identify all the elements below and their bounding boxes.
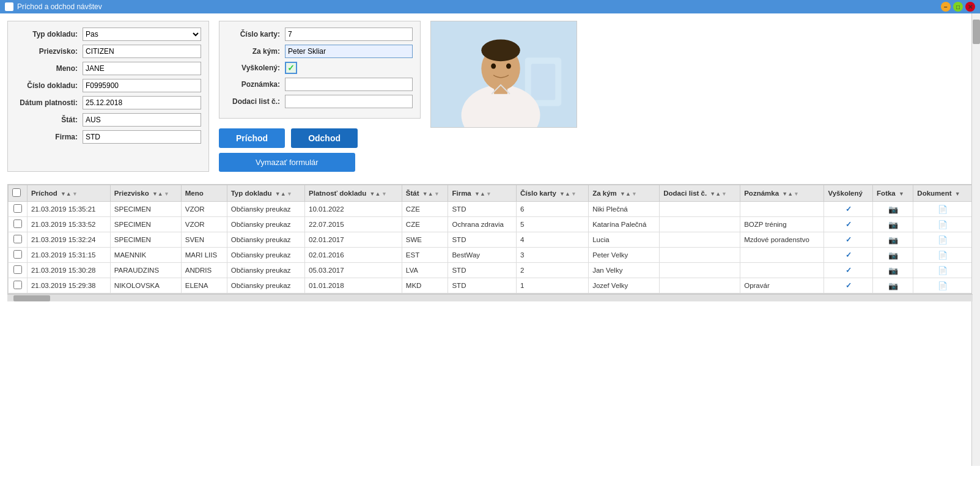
col-dodaci-list[interactable]: Dodaci list č. ▼▲ ▾ [660, 185, 740, 202]
camera-icon[interactable]: 📷 [888, 220, 898, 229]
row-platnost-dokladu-0: 10.01.2022 [305, 202, 402, 217]
col-fotka[interactable]: Fotka ▼ [873, 185, 913, 202]
row-checkbox-2[interactable] [13, 235, 22, 243]
row-fotka-3[interactable]: 📷 [873, 248, 913, 263]
col-dokument[interactable]: Dokument ▼ [913, 185, 972, 202]
row-fotka-5[interactable]: 📷 [873, 278, 913, 293]
vyskoleny-check-icon: ✓ [846, 282, 852, 289]
camera-icon[interactable]: 📷 [888, 205, 898, 214]
row-platnost-dokladu-4: 05.03.2017 [305, 263, 402, 278]
app-icon [5, 2, 13, 11]
document-icon[interactable]: 📄 [938, 205, 948, 214]
row-checkbox-1[interactable] [13, 219, 22, 228]
table-header-row: Príchod ▼▲ ▾ Priezvisko ▼▲ ▾ Meno Typ do… [9, 185, 972, 202]
document-icon[interactable]: 📄 [938, 220, 948, 229]
table-row: 21.03.2019 15:30:28 PARAUDZINS ANDRIS Ob… [9, 263, 972, 278]
col-platnost-dokladu[interactable]: Platnosť dokladu ▼▲ ▾ [305, 185, 402, 202]
form-row-vyskoleny: Vyškolený: ✓ [227, 62, 413, 74]
row-dokument-4[interactable]: 📄 [913, 263, 972, 278]
checkbox-vyskoleny[interactable]: ✓ [285, 62, 297, 74]
vertical-scrollbar-thumb[interactable] [973, 20, 980, 44]
row-select-cell-1[interactable] [9, 217, 28, 232]
buttons-row-secondary: Vymazať formulár [219, 153, 421, 172]
input-meno[interactable] [83, 62, 201, 75]
vymazat-formular-button[interactable]: Vymazať formulár [219, 153, 355, 172]
row-fotka-4[interactable]: 📷 [873, 263, 913, 278]
input-cislo-karty[interactable] [285, 28, 413, 41]
camera-icon[interactable]: 📷 [888, 281, 898, 290]
row-prichod-0: 21.03.2019 15:35:21 [27, 202, 110, 217]
col-firma[interactable]: Firma ▼▲ ▾ [448, 185, 517, 202]
document-icon[interactable]: 📄 [938, 281, 948, 290]
minimize-button[interactable]: − [941, 2, 951, 12]
horizontal-scrollbar-thumb[interactable] [13, 295, 50, 301]
camera-icon[interactable]: 📷 [888, 251, 898, 260]
row-dokument-2[interactable]: 📄 [913, 232, 972, 248]
sort-dodaci-icon: ▼▲ [710, 191, 721, 197]
col-typ-dokladu[interactable]: Typ dokladu ▼▲ ▾ [227, 185, 304, 202]
row-typ-dokladu-0: Občiansky preukaz [227, 202, 304, 217]
input-stat[interactable] [83, 113, 201, 127]
document-icon[interactable]: 📄 [938, 251, 948, 260]
row-meno-3: MARI LIIS [181, 248, 227, 263]
row-dokument-1[interactable]: 📄 [913, 217, 972, 232]
row-fotka-1[interactable]: 📷 [873, 217, 913, 232]
row-dokument-0[interactable]: 📄 [913, 202, 972, 217]
select-all-checkbox[interactable] [12, 188, 21, 197]
input-dodaci-list[interactable] [285, 95, 413, 108]
row-prichod-5: 21.03.2019 15:29:38 [27, 278, 110, 293]
main-content: Typ dokladu: Pas Priezvisko: Meno: Číslo… [0, 13, 980, 483]
table-row: 21.03.2019 15:29:38 NIKOLOVSKA ELENA Obč… [9, 278, 972, 293]
col-prichod[interactable]: Príchod ▼▲ ▾ [27, 185, 110, 202]
document-icon[interactable]: 📄 [938, 235, 948, 245]
row-select-cell-3[interactable] [9, 248, 28, 263]
col-za-kym[interactable]: Za kým ▼▲ ▾ [589, 185, 660, 202]
row-dokument-3[interactable]: 📄 [913, 248, 972, 263]
filter-typ-icon: ▾ [288, 191, 291, 197]
row-checkbox-4[interactable] [13, 265, 22, 274]
row-select-cell-0[interactable] [9, 202, 28, 217]
document-icon[interactable]: 📄 [938, 266, 948, 275]
row-priezvisko-5: NIKOLOVSKA [110, 278, 181, 293]
form-row-stat: Štát: [15, 113, 201, 127]
odchod-button[interactable]: Odchod [291, 128, 358, 148]
row-fotka-0[interactable]: 📷 [873, 202, 913, 217]
close-button[interactable]: ✕ [965, 2, 975, 12]
horizontal-scrollbar[interactable] [7, 294, 973, 301]
row-firma-0: STD [448, 202, 517, 217]
input-datum-platnosti[interactable] [83, 96, 201, 109]
input-cislo-dokladu[interactable] [83, 79, 201, 92]
row-poznamka-1: BOZP tréning [740, 217, 824, 232]
row-vyskoleny-2: ✓ [824, 232, 873, 248]
camera-icon[interactable]: 📷 [888, 266, 898, 275]
filter-stat-icon: ▾ [435, 191, 438, 197]
input-poznamka[interactable] [285, 78, 413, 91]
camera-icon[interactable]: 📷 [888, 235, 898, 245]
visitor-photo [430, 21, 577, 128]
left-form: Typ dokladu: Pas Priezvisko: Meno: Číslo… [7, 21, 209, 172]
col-priezvisko[interactable]: Priezvisko ▼▲ ▾ [110, 185, 181, 202]
row-dokument-5[interactable]: 📄 [913, 278, 972, 293]
row-select-cell-5[interactable] [9, 278, 28, 293]
input-priezvisko[interactable] [83, 45, 201, 58]
row-checkbox-5[interactable] [13, 281, 22, 289]
row-priezvisko-1: SPECIMEN [110, 217, 181, 232]
maximize-button[interactable]: □ [953, 2, 963, 12]
col-cislo-karty[interactable]: Číslo karty ▼▲ ▾ [517, 185, 589, 202]
row-checkbox-3[interactable] [13, 250, 22, 259]
row-prichod-4: 21.03.2019 15:30:28 [27, 263, 110, 278]
col-vyskoleny[interactable]: Vyškolený [824, 185, 873, 202]
vertical-scrollbar[interactable] [971, 13, 980, 466]
prichod-button[interactable]: Príchod [219, 128, 285, 148]
row-fotka-2[interactable]: 📷 [873, 232, 913, 248]
row-select-cell-2[interactable] [9, 232, 28, 248]
row-select-cell-4[interactable] [9, 263, 28, 278]
row-checkbox-0[interactable] [13, 204, 22, 213]
col-poznamka[interactable]: Poznámka ▼▲ ▾ [740, 185, 824, 202]
col-stat[interactable]: Štát ▼▲ ▾ [402, 185, 448, 202]
col-meno[interactable]: Meno [181, 185, 227, 202]
form-row-datum-platnosti: Dátum platnosti: [15, 96, 201, 109]
select-typ-dokladu[interactable]: Pas [83, 28, 201, 41]
input-firma[interactable] [83, 130, 201, 144]
input-za-kym[interactable] [285, 45, 413, 58]
